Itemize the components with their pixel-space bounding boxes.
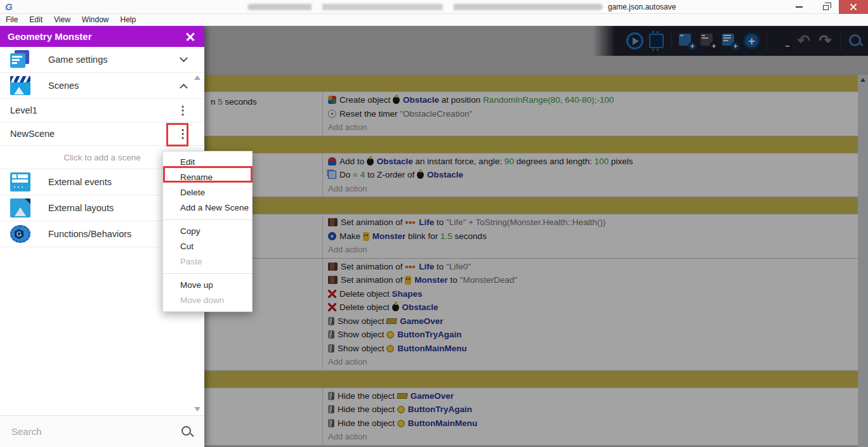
- drawer-scroll-up-icon[interactable]: [194, 75, 201, 80]
- chevron-down-icon: [180, 54, 188, 62]
- restore-icon: [823, 5, 829, 10]
- add-scene-hint-label: Click to add a scene: [63, 153, 141, 162]
- external-layouts-icon: [10, 198, 30, 217]
- external-events-icon: [10, 172, 30, 191]
- menu-item-help[interactable]: Help: [115, 15, 142, 24]
- highlight-kebab-box: [166, 123, 188, 146]
- menu-item-view[interactable]: View: [48, 15, 76, 24]
- scene-item-level1[interactable]: Level1⋮: [0, 99, 204, 122]
- sidebar-item-scenes[interactable]: Scenes: [0, 73, 204, 99]
- project-title: Geometry Monster: [8, 31, 184, 42]
- drawer-close-button[interactable]: [184, 30, 197, 43]
- minimize-icon: [796, 6, 803, 8]
- drawer-scroll-down-icon[interactable]: [194, 407, 201, 411]
- drawer-header: Geometry Monster: [0, 26, 204, 47]
- menu-bar: FileEditViewWindowHelp: [0, 14, 868, 26]
- scenes-icon: [10, 76, 30, 95]
- functions-behaviors-icon: [10, 225, 30, 243]
- game-settings-icon: [10, 50, 30, 69]
- menu-separator: [163, 219, 252, 220]
- title-bar: G game.json.autosave: [0, 0, 868, 14]
- menu-item-edit[interactable]: Edit: [23, 15, 48, 24]
- scene-name: NewScene: [10, 129, 176, 139]
- context-menu-item-paste: Paste: [163, 254, 252, 269]
- close-button[interactable]: [839, 0, 868, 14]
- sidebar-item-label: Game settings: [48, 55, 181, 65]
- menu-separator: [163, 273, 252, 274]
- minimize-button[interactable]: [786, 0, 812, 14]
- context-menu-item-delete[interactable]: Delete: [163, 185, 252, 200]
- search-icon[interactable]: [180, 425, 194, 439]
- search-input[interactable]: [10, 425, 180, 437]
- menu-item-window[interactable]: Window: [76, 15, 115, 24]
- sidebar-item-label: Scenes: [48, 81, 181, 91]
- chevron-up-icon: [180, 83, 188, 91]
- sidebar-item-game-settings[interactable]: Game settings: [0, 47, 204, 73]
- window-controls: [786, 0, 868, 14]
- restore-button[interactable]: [812, 0, 839, 14]
- drawer-search: [0, 415, 204, 447]
- gdevelop-window: G game.json.autosave FileEditViewWindowH…: [0, 0, 868, 447]
- title-redacted-text: [247, 4, 603, 10]
- context-menu-item-move-up[interactable]: Move up: [163, 278, 252, 293]
- gdevelop-logo-icon: G: [5, 1, 13, 13]
- scene-name: Level1: [10, 105, 176, 115]
- kebab-menu-icon[interactable]: ⋮: [176, 103, 189, 117]
- window-title-text: game.json.autosave: [608, 3, 676, 11]
- window-title: game.json.autosave: [247, 0, 676, 14]
- highlight-rename-box: [163, 166, 253, 183]
- context-menu-item-cut[interactable]: Cut: [163, 239, 252, 254]
- context-menu-item-copy[interactable]: Copy: [163, 224, 252, 239]
- context-menu-item-move-down: Move down: [163, 293, 252, 308]
- menu-item-file[interactable]: File: [0, 15, 23, 24]
- context-menu-item-add-a-new-scene[interactable]: Add a New Scene: [163, 200, 252, 216]
